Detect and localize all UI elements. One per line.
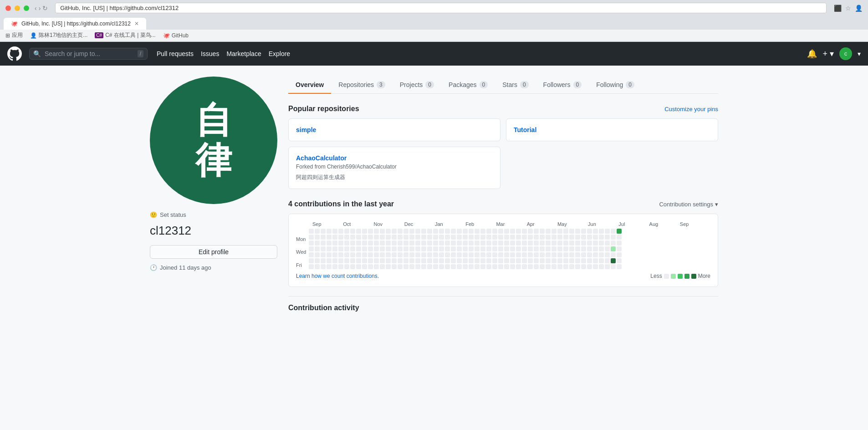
customize-pins-link[interactable]: Customize your pins bbox=[664, 106, 718, 113]
day-cell[interactable] bbox=[321, 258, 326, 263]
day-cell[interactable] bbox=[332, 264, 337, 269]
day-cell[interactable] bbox=[409, 252, 414, 257]
day-cell[interactable] bbox=[516, 241, 521, 246]
day-cell[interactable] bbox=[398, 264, 403, 269]
day-cell[interactable] bbox=[433, 246, 438, 251]
day-cell[interactable] bbox=[605, 252, 610, 257]
day-cell[interactable] bbox=[445, 252, 450, 257]
day-cell[interactable] bbox=[433, 252, 438, 257]
day-cell[interactable] bbox=[563, 235, 568, 240]
browser-tab-active[interactable]: 🐙 GitHub, Inc. [US] | https://github.com… bbox=[4, 18, 146, 30]
day-cell[interactable] bbox=[469, 258, 474, 263]
minimize-btn[interactable] bbox=[15, 5, 20, 11]
day-cell[interactable] bbox=[315, 258, 320, 263]
day-cell[interactable] bbox=[368, 235, 373, 240]
day-cell[interactable] bbox=[587, 252, 592, 257]
day-cell[interactable] bbox=[403, 258, 408, 263]
day-cell[interactable] bbox=[403, 264, 408, 269]
day-cell[interactable] bbox=[611, 246, 616, 251]
day-cell[interactable] bbox=[599, 235, 604, 240]
day-cell[interactable] bbox=[546, 246, 551, 251]
day-cell[interactable] bbox=[498, 241, 503, 246]
day-cell[interactable] bbox=[368, 229, 373, 234]
day-cell[interactable] bbox=[439, 246, 444, 251]
close-btn[interactable] bbox=[5, 5, 11, 11]
day-cell[interactable] bbox=[486, 246, 491, 251]
address-bar[interactable]: GitHub, Inc. [US] | https://github.com/c… bbox=[55, 3, 827, 13]
day-cell[interactable] bbox=[492, 235, 497, 240]
day-cell[interactable] bbox=[480, 258, 485, 263]
day-cell[interactable] bbox=[321, 264, 326, 269]
set-status-button[interactable]: 🙂 Set status bbox=[150, 210, 277, 220]
day-cell[interactable] bbox=[315, 229, 320, 234]
day-cell[interactable] bbox=[587, 229, 592, 234]
day-cell[interactable] bbox=[392, 235, 397, 240]
day-cell[interactable] bbox=[569, 246, 574, 251]
day-cell[interactable] bbox=[415, 241, 420, 246]
edit-profile-button[interactable]: Edit profile bbox=[150, 245, 277, 259]
day-cell[interactable] bbox=[617, 258, 622, 263]
day-cell[interactable] bbox=[386, 252, 391, 257]
tab-stars[interactable]: Stars 0 bbox=[495, 77, 536, 94]
day-cell[interactable] bbox=[492, 258, 497, 263]
day-cell[interactable] bbox=[534, 229, 539, 234]
day-cell[interactable] bbox=[445, 235, 450, 240]
day-cell[interactable] bbox=[534, 241, 539, 246]
day-cell[interactable] bbox=[469, 241, 474, 246]
day-cell[interactable] bbox=[486, 258, 491, 263]
day-cell[interactable] bbox=[433, 229, 438, 234]
day-cell[interactable] bbox=[332, 229, 337, 234]
day-cell[interactable] bbox=[344, 241, 349, 246]
day-cell[interactable] bbox=[433, 264, 438, 269]
day-cell[interactable] bbox=[368, 264, 373, 269]
day-cell[interactable] bbox=[398, 241, 403, 246]
day-cell[interactable] bbox=[356, 252, 361, 257]
day-cell[interactable] bbox=[469, 235, 474, 240]
day-cell[interactable] bbox=[557, 258, 562, 263]
day-cell[interactable] bbox=[451, 235, 456, 240]
bookmark-profile[interactable]: 👤 陈林17地信的主页... bbox=[30, 31, 87, 39]
day-cell[interactable] bbox=[581, 252, 586, 257]
day-cell[interactable] bbox=[475, 246, 480, 251]
day-cell[interactable] bbox=[480, 252, 485, 257]
day-cell[interactable] bbox=[344, 235, 349, 240]
day-cell[interactable] bbox=[587, 264, 592, 269]
day-cell[interactable] bbox=[475, 241, 480, 246]
day-cell[interactable] bbox=[350, 246, 355, 251]
tab-close-icon[interactable]: ✕ bbox=[134, 20, 139, 27]
day-cell[interactable] bbox=[617, 264, 622, 269]
day-cell[interactable] bbox=[427, 264, 432, 269]
day-cell[interactable] bbox=[380, 229, 385, 234]
day-cell[interactable] bbox=[338, 235, 343, 240]
day-cell[interactable] bbox=[350, 264, 355, 269]
avatar[interactable]: c bbox=[839, 47, 852, 60]
day-cell[interactable] bbox=[611, 229, 616, 234]
day-cell[interactable] bbox=[439, 241, 444, 246]
day-cell[interactable] bbox=[575, 246, 580, 251]
day-cell[interactable] bbox=[386, 235, 391, 240]
day-cell[interactable] bbox=[551, 264, 557, 269]
forward-icon[interactable]: › bbox=[39, 5, 41, 12]
nav-explore[interactable]: Explore bbox=[269, 50, 290, 57]
day-cell[interactable] bbox=[321, 252, 326, 257]
day-cell[interactable] bbox=[528, 241, 533, 246]
day-cell[interactable] bbox=[362, 229, 367, 234]
day-cell[interactable] bbox=[403, 252, 408, 257]
nav-pull-requests[interactable]: Pull requests bbox=[157, 50, 194, 57]
day-cell[interactable] bbox=[315, 252, 320, 257]
day-cell[interactable] bbox=[469, 229, 474, 234]
day-cell[interactable] bbox=[409, 241, 414, 246]
day-cell[interactable] bbox=[327, 246, 332, 251]
day-cell[interactable] bbox=[350, 235, 355, 240]
day-cell[interactable] bbox=[563, 252, 568, 257]
day-cell[interactable] bbox=[415, 235, 420, 240]
bookmark-icon[interactable]: ☆ bbox=[845, 5, 851, 12]
day-cell[interactable] bbox=[522, 252, 527, 257]
day-cell[interactable] bbox=[409, 258, 414, 263]
day-cell[interactable] bbox=[327, 258, 332, 263]
day-cell[interactable] bbox=[540, 252, 545, 257]
day-cell[interactable] bbox=[327, 235, 332, 240]
day-cell[interactable] bbox=[593, 235, 598, 240]
day-cell[interactable] bbox=[510, 235, 515, 240]
day-cell[interactable] bbox=[398, 229, 403, 234]
